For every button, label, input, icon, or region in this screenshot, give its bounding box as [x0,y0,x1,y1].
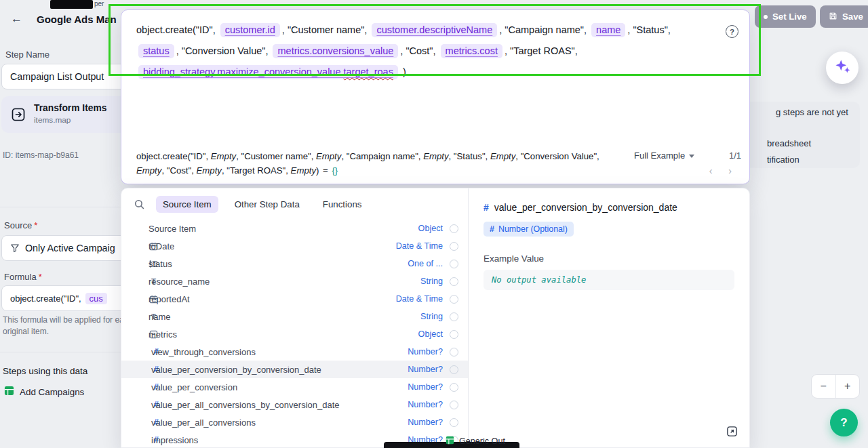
field-type-badge: # Number (Optional) [484,222,574,237]
generic-output-node[interactable]: Generic Out [446,436,505,447]
info-icon[interactable] [450,277,458,286]
info-card-line3: tification [767,155,800,165]
back-button[interactable]: ← [11,12,22,26]
tab-functions[interactable]: Functions [316,196,369,213]
field-name: view_through_conversions [151,347,256,357]
info-icon[interactable] [450,365,458,374]
formula-text: , "Target ROAS", [505,45,578,56]
search-icon[interactable] [134,199,145,210]
formula-variable-token[interactable]: name [591,23,625,37]
info-icon[interactable] [450,348,458,357]
info-icon[interactable] [450,224,458,233]
zoom-in-button[interactable]: + [836,375,860,398]
formula-content[interactable]: object.create("ID", customer.id, "Custom… [121,10,749,83]
example-value-label: Example Value [484,253,734,264]
source-filter-input[interactable]: Only Active Campaig [1,235,137,261]
tab-source-item[interactable]: Source Item [156,196,218,213]
tree-row-value-per-conversion[interactable]: #value_per_conversionNumber? [121,378,468,396]
save-button[interactable]: Save [820,5,868,28]
step-name-value: Campaign List Output [10,71,104,82]
source-filter-value: Only Active Campaig [25,243,115,253]
browser-tabs: Source ItemOther Step DataFunctions [156,196,368,213]
info-icon[interactable] [450,260,458,268]
next-example-button[interactable]: › [728,165,732,176]
tree-row-value-per-all-conversions[interactable]: #value_per_all_conversionsNumber? [121,413,468,431]
preview-segment-empty: Empty [316,151,341,161]
tree-row-metrics[interactable]: metricsObject [121,325,468,343]
source-label-text: Source [4,220,32,230]
preview-segment-plain: , "Conversion Value", [515,151,599,161]
info-card-line2: breadsheet [767,138,811,148]
field-name: resource_name [149,277,210,287]
formula-variable-token[interactable]: bidding_strategy.maximize_conversion_val… [138,65,398,79]
tree-row-name[interactable]: TnameString [121,308,468,325]
full-example-label: Full Example [634,150,685,161]
info-icon[interactable] [450,418,458,427]
formula-variable-token[interactable]: status [138,44,174,58]
tree-row-view-through-conversions[interactable]: #view_through_conversionsNumber? [121,343,468,361]
add-campaigns-step-link[interactable]: Add Campaigns [4,386,84,398]
info-icon[interactable] [450,295,458,304]
help-fab-button[interactable]: ? [830,409,858,436]
formula-label-text: Formula [4,272,37,282]
field-name: value_per_all_conversions_by_conversion_… [151,400,340,410]
formula-variable-token[interactable]: customer.id [220,23,280,37]
preview-segment-empty: Empty [136,165,161,176]
tab-other-step-data[interactable]: Other Step Data [228,196,307,213]
field-name: value_per_conversion [151,382,237,392]
required-asterisk: * [34,220,37,230]
preview-segment-empty: Empty [490,151,515,161]
formula-text: , "Campaign name", [499,24,589,35]
live-dot-icon [764,15,768,19]
preview-segment-plain: , "Target ROAS", [222,165,291,176]
tree-row-reportedat[interactable]: reportedAtDate & Time [121,290,468,308]
info-icon[interactable] [450,312,458,321]
formula-input[interactable]: object.create("ID", cus [1,285,137,311]
preview-segment-op: = [323,165,328,176]
field-type: Number? [402,347,443,357]
full-example-dropdown[interactable]: Full Example [634,150,694,161]
field-type: Object [413,224,443,233]
info-icon[interactable] [450,330,458,339]
field-name: impressions [151,435,198,445]
tree-row-value-per-conversion-by-conversion-date[interactable]: #value_per_conversion_by_conversion_date… [121,361,468,378]
transform-icon [10,106,26,123]
preview-segment-empty: Empty [197,165,222,176]
help-icon[interactable]: ? [726,25,738,38]
prev-example-button[interactable]: ‹ [709,165,713,176]
tree-row-source-item[interactable]: Source ItemObject [121,220,468,237]
formula-text: , "Status", [627,24,671,35]
info-icon[interactable] [450,401,458,409]
field-name: status [149,259,172,269]
zoom-out-button[interactable]: − [812,375,836,398]
preview-segment-empty: Empty [423,151,448,161]
tree-row-resource-name[interactable]: Tresource_nameString [121,272,468,290]
formula-variable-token[interactable]: metrics.cost [441,44,502,58]
expand-icon[interactable] [726,426,738,438]
field-type: Number? [402,365,443,374]
transform-items-card[interactable]: Transform Items items.map [1,96,137,133]
tree-row-todate[interactable]: toDateDate & Time [121,237,468,255]
formula-text: , "Cost", [400,45,438,56]
field-detail-pane: # value_per_conversion_by_conversion_dat… [469,188,749,447]
info-icon[interactable] [450,383,458,392]
generic-output-label: Generic Out [459,436,505,446]
sparkles-icon [833,58,852,79]
save-icon [829,12,837,22]
tree-row-status[interactable]: statusOne of ... [121,255,468,272]
formula-token-error-part: target_roas [344,66,393,77]
field-detail-name: value_per_conversion_by_conversion_date [494,202,677,213]
field-type: String [415,312,443,321]
data-tree: Source ItemObjecttoDateDate & Timestatus… [121,220,468,447]
step-name-input[interactable]: Campaign List Output [1,64,137,89]
formula-variable-token[interactable]: metrics.conversions_value [273,44,398,58]
formula-variable-token[interactable]: customer.descriptiveName [372,23,497,37]
ai-assistant-button[interactable] [826,52,859,84]
info-icon[interactable] [450,242,458,251]
tree-row-value-per-all-conversions-by-conversion-date[interactable]: #value_per_all_conversions_by_conversion… [121,396,468,413]
preview-controls: Full Example 1/1 ‹ › [634,150,741,176]
filter-funnel-icon [10,243,20,253]
browser-header: Source ItemOther Step DataFunctions [121,188,468,220]
set-live-button[interactable]: Set Live [755,5,816,28]
formula-text: , "Customer name", [282,24,370,35]
